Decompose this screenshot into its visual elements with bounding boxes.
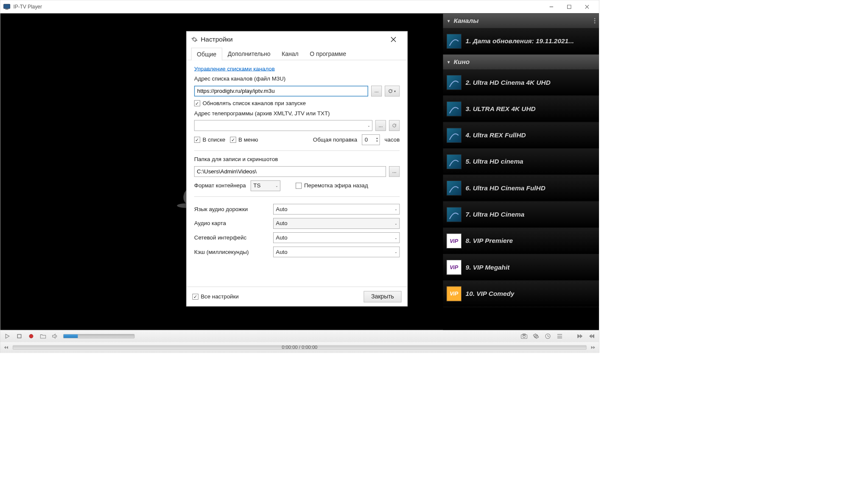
channel-item[interactable]: 1. Дата обновления: 19.11.2021... <box>443 28 599 55</box>
seek-bar-row: 0:00:00 / 0:00:00 <box>0 342 599 352</box>
volume-slider[interactable] <box>63 334 134 338</box>
epg-label: Адрес телепрограммы (архив XMLTV, JTV ил… <box>194 110 400 117</box>
in-list-checkbox[interactable]: ✓В списке <box>194 136 225 143</box>
group-header-cinema[interactable]: ▼ Кино <box>443 55 599 70</box>
video-area[interactable]: Настройки Общие Дополнительно Канал О пр… <box>0 14 443 330</box>
channel-icon: ViP <box>447 287 462 301</box>
chevron-down-icon: ▼ <box>447 18 451 23</box>
channel-icon: ViP <box>447 260 462 275</box>
svg-rect-0 <box>3 4 10 8</box>
channel-item[interactable]: 4. Ultra REX FullHD <box>443 122 599 148</box>
in-menu-checkbox[interactable]: ✓В меню <box>230 136 258 143</box>
channel-icon <box>447 128 462 143</box>
channel-icon <box>447 75 462 90</box>
titlebar: IP-TV Player <box>0 0 599 14</box>
time-display: 0:00:00 / 0:00:00 <box>282 345 317 350</box>
rec-folder-input[interactable] <box>194 166 386 177</box>
minimize-button[interactable] <box>543 0 560 13</box>
cache-label: Кэш (миллисекунды) <box>194 249 269 255</box>
app-window: IP-TV Player Настройки <box>0 0 599 353</box>
epg-url-combo[interactable]: ⌄ <box>194 120 372 131</box>
seek-forward-button[interactable] <box>590 345 596 349</box>
stop-button[interactable] <box>16 332 23 340</box>
maximize-button[interactable] <box>560 0 578 13</box>
channel-icon <box>447 181 462 195</box>
refresh-epg-button[interactable] <box>389 120 400 131</box>
hours-label: часов <box>385 136 400 143</box>
seek-back-button[interactable] <box>4 345 9 349</box>
rewind-checkbox[interactable]: Перемотка эфира назад <box>296 183 368 189</box>
tab-channel[interactable]: Канал <box>276 47 304 60</box>
tab-general[interactable]: Общие <box>191 48 222 60</box>
close-button[interactable] <box>578 0 596 13</box>
dialog-close-button[interactable] <box>391 37 403 42</box>
schedule-button[interactable] <box>544 332 551 340</box>
sidebar-menu-icon[interactable] <box>594 18 596 24</box>
play-button[interactable] <box>4 332 11 340</box>
audio-card-label: Аудио карта <box>194 220 269 226</box>
settings-button[interactable] <box>532 332 540 340</box>
channel-item[interactable]: 2. Ultra HD Cinema 4K UHD <box>443 70 599 96</box>
channel-item[interactable]: 5. Ultra HD cinema <box>443 149 599 175</box>
channel-item[interactable]: 7. Ultra HD Cinema <box>443 201 599 228</box>
channel-item[interactable]: ViP8. VIP Premiere <box>443 228 599 254</box>
browse-rec-folder-button[interactable]: ... <box>389 166 400 177</box>
group-header-channels[interactable]: ▼ Каналы <box>443 14 599 28</box>
update-on-start-checkbox[interactable]: ✓Обновлять список каналов при запуске <box>194 100 400 106</box>
screenshot-button[interactable] <box>520 332 528 340</box>
record-button[interactable] <box>28 332 35 340</box>
channel-sidebar: ▼ Каналы 1. Дата обновления: 19.11.2021.… <box>443 14 599 330</box>
svg-rect-1 <box>6 9 8 9</box>
next-track-button[interactable] <box>588 332 596 340</box>
tabs: Общие Дополнительно Канал О программе <box>187 47 408 60</box>
channel-item[interactable]: ViP10. VIP Comedy <box>443 281 599 307</box>
m3u-label: Адрес списка каналов (файл M3U) <box>194 76 400 82</box>
tab-about[interactable]: О программе <box>304 47 352 60</box>
browse-m3u-button[interactable]: ... <box>371 86 382 96</box>
audio-lang-label: Язык аудио дорожки <box>194 206 269 212</box>
channel-icon <box>447 34 462 49</box>
channel-item[interactable]: 3. ULTRA REX 4K UHD <box>443 96 599 122</box>
gear-icon <box>191 36 198 42</box>
svg-point-10 <box>523 335 526 338</box>
container-format-combo[interactable]: TS⌄ <box>251 181 280 191</box>
svg-rect-3 <box>568 5 571 8</box>
prev-track-button[interactable] <box>576 332 584 340</box>
rec-folder-label: Папка для записи и скриншотов <box>194 156 400 162</box>
player-controls <box>0 330 599 342</box>
channel-item[interactable]: ViP9. VIP Megahit <box>443 254 599 281</box>
browse-epg-button[interactable]: ... <box>375 120 386 131</box>
offset-label: Общая поправка <box>313 136 357 143</box>
playlist-button[interactable] <box>556 332 563 340</box>
volume-button[interactable] <box>51 332 59 340</box>
settings-dialog: Настройки Общие Дополнительно Канал О пр… <box>186 31 408 307</box>
cache-combo[interactable]: Auto⌄ <box>273 247 400 257</box>
close-settings-button[interactable]: Закрыть <box>364 291 401 302</box>
app-icon <box>3 4 11 10</box>
channel-icon <box>447 101 462 116</box>
offset-spinner[interactable]: 0 ▲▼ <box>362 134 380 145</box>
refresh-m3u-button[interactable]: ▼ <box>385 86 400 96</box>
dialog-title: Настройки <box>201 36 388 43</box>
net-iface-combo[interactable]: Auto⌄ <box>273 232 400 243</box>
container-label: Формат контейнера <box>194 183 246 189</box>
svg-rect-11 <box>523 334 526 335</box>
tab-advanced[interactable]: Дополнительно <box>222 47 276 60</box>
channel-icon: ViP <box>447 234 462 248</box>
channel-icon <box>447 154 462 169</box>
chevron-down-icon: ▼ <box>447 60 451 64</box>
manage-channel-lists-link[interactable]: Управление списками каналов <box>194 66 400 72</box>
open-file-button[interactable] <box>39 332 47 340</box>
net-iface-label: Сетевой интерфейс <box>194 234 269 241</box>
window-title: IP-TV Player <box>14 4 543 10</box>
audio-lang-combo[interactable]: Auto⌄ <box>273 204 400 214</box>
m3u-url-input[interactable] <box>194 86 368 96</box>
channel-item[interactable]: 6. Ultra HD Cinema FulHD <box>443 175 599 201</box>
channel-icon <box>447 207 462 222</box>
all-settings-checkbox[interactable]: ✓Все настройки <box>193 293 239 300</box>
audio-card-combo[interactable]: Auto⌄ <box>273 218 400 229</box>
